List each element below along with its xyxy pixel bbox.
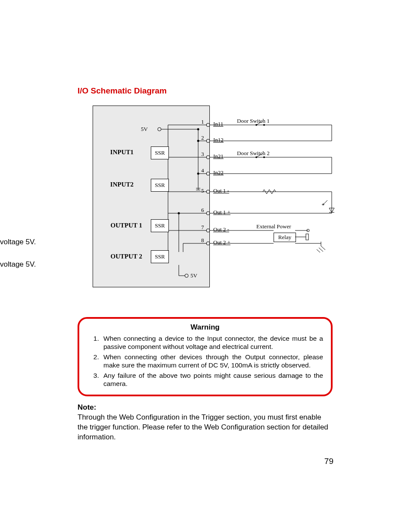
section-heading: I/O Schematic Diagram	[78, 86, 167, 96]
pin-num-1: 1	[201, 118, 204, 125]
note-body: Through the Web Configuration in the Tri…	[78, 413, 328, 441]
warning-item-2: When connecting other devices through th…	[101, 353, 323, 370]
svg-point-23	[197, 173, 199, 175]
svg-point-37	[206, 212, 210, 215]
warning-box: Warning When connecting a device to the …	[78, 317, 333, 396]
svg-line-58	[317, 249, 320, 252]
note-block: Note: Through the Web Configuration in t…	[78, 403, 333, 442]
svg-point-46	[206, 242, 210, 245]
svg-point-24	[206, 172, 210, 175]
svg-point-12	[197, 140, 199, 142]
fiveV-bottom: 5V	[190, 272, 197, 279]
pin-num-6: 6	[201, 207, 204, 214]
svg-line-57	[319, 248, 323, 252]
svg-point-42	[206, 229, 210, 232]
io-schematic-diagram: SSR SSR SSR SSR INPUT1 INPUT2 OUTPUT 1 O…	[93, 106, 333, 286]
ssr-box-output2: SSR	[151, 250, 169, 263]
door-switch-2-label: Door Switch 2	[237, 150, 270, 157]
svg-point-29	[206, 190, 210, 193]
side-text-1: voltage 5V.	[0, 238, 36, 246]
input2-label: INPUT2	[103, 181, 134, 188]
pin-label-out2m: Out 2 -	[213, 226, 229, 233]
pin-label-out1m: Out 1 -	[213, 187, 229, 194]
fiveV-top: 5V	[141, 126, 148, 133]
pin-label-out1p: Out 1 +	[213, 209, 230, 216]
warning-item-3: Any failure of the above two points migh…	[101, 371, 323, 388]
note-label: Note:	[78, 403, 96, 411]
ssr-box-output1: SSR	[151, 219, 169, 232]
pin-num-2: 2	[201, 134, 204, 141]
pin-label-in22: In22	[213, 169, 224, 176]
pin-label-in21: In21	[213, 153, 224, 160]
svg-point-16	[206, 156, 210, 159]
input1-label: INPUT1	[103, 149, 134, 156]
pin-num-7: 7	[201, 224, 204, 231]
side-text-2: voltage 5V.	[0, 260, 36, 269]
warning-title: Warning	[87, 323, 323, 332]
page: voltage 5V. voltage 5V. I/O Schematic Di…	[0, 0, 411, 532]
svg-point-0	[158, 128, 161, 131]
svg-line-56	[321, 246, 325, 250]
pin-num-4: 4	[201, 167, 204, 174]
ssr-box-input2: SSR	[151, 179, 169, 192]
pin-label-in12: In12	[213, 137, 224, 143]
ssr-box-input1: SSR	[151, 146, 169, 159]
svg-point-62	[185, 274, 188, 277]
pin-num-3: 3	[201, 151, 204, 158]
output1-label: OUTPUT 1	[103, 222, 142, 229]
svg-point-13	[206, 139, 210, 143]
pin-num-8: 8	[201, 237, 204, 244]
external-power-label: External Power	[256, 223, 291, 230]
warning-item-1: When connecting a device to the Input co…	[101, 334, 323, 351]
pin-label-in11: In11	[213, 121, 223, 128]
svg-point-5	[206, 123, 210, 127]
page-number: 79	[324, 457, 333, 466]
svg-line-32	[323, 200, 327, 205]
warning-list: When connecting a device to the Input co…	[87, 334, 323, 388]
door-switch-1-label: Door Switch 1	[237, 118, 270, 124]
pin-label-out2p: Out 2 +	[213, 239, 230, 246]
svg-rect-60	[306, 234, 308, 240]
output2-label: OUTPUT 2	[103, 253, 142, 260]
pin-num-5: 5	[201, 187, 204, 194]
relay-box: Relay	[274, 233, 296, 242]
